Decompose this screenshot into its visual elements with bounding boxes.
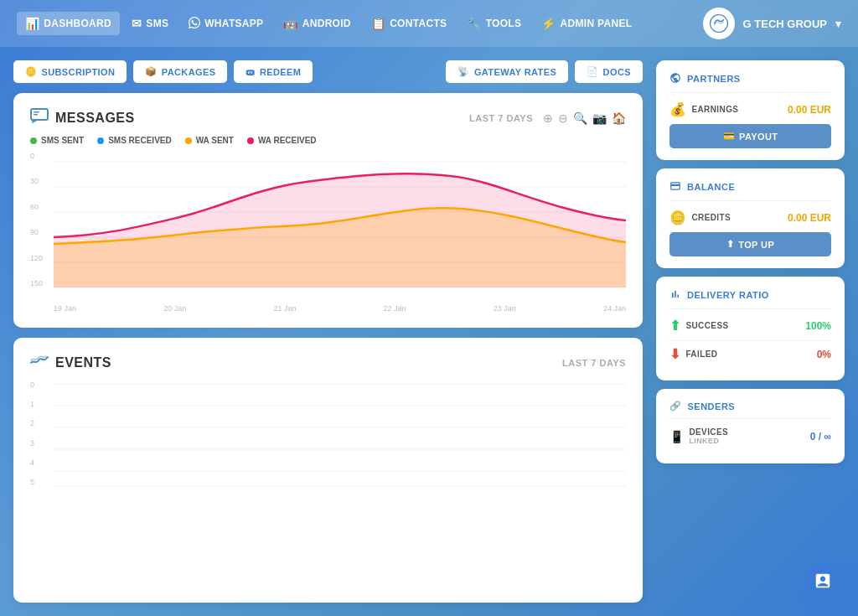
- nav-sms[interactable]: ✉ SMS: [123, 12, 177, 35]
- credits-row: 🪙 CREDITS 0.00 EUR: [669, 210, 831, 225]
- nav-dashboard[interactable]: 📊 DASHBOARD: [17, 12, 120, 35]
- messages-period: LAST 7 DAYS: [469, 113, 533, 123]
- partners-card-title: PARTNERS: [669, 72, 831, 93]
- legend-sms-received: SMS RECEIVED: [97, 136, 172, 145]
- events-icon: [30, 353, 49, 372]
- brand-chevron-icon: ▾: [835, 18, 841, 30]
- success-row: ⬆ SUCCESS 100%: [669, 318, 831, 334]
- svg-point-0: [710, 15, 727, 33]
- tools-icon: 🔧: [467, 17, 481, 30]
- messages-card: MESSAGES LAST 7 DAYS ⊕ ⊖ 🔍 📷 🏠: [13, 93, 643, 328]
- legend-wa-received-dot: [247, 137, 254, 144]
- messages-x-labels: 19 Jan 20 Jan 21 Jan 22 Jan 23 Jan 24 Ja…: [30, 304, 626, 313]
- delivery-ratio-title: DELIVERY RATIO: [669, 288, 831, 309]
- legend-wa-sent-dot: [185, 137, 192, 144]
- legend-sms-sent: SMS SENT: [30, 136, 84, 145]
- brand-menu[interactable]: G TECH GROUP ▾: [703, 8, 841, 39]
- credits-label: 🪙 CREDITS: [669, 210, 731, 225]
- messages-card-title: MESSAGES: [30, 108, 135, 127]
- zoom-out-icon[interactable]: ⊖: [558, 111, 568, 125]
- packages-icon: 📦: [145, 66, 157, 77]
- redeem-button[interactable]: 🎟 REDEEM: [234, 60, 313, 83]
- delivery-ratio-icon: [669, 288, 681, 302]
- legend-wa-sent: WA SENT: [185, 136, 234, 145]
- devices-icon: 📱: [669, 430, 684, 443]
- success-icon: ⬆: [669, 318, 680, 334]
- events-chart-svg: [54, 380, 626, 489]
- legend-wa-received: WA RECEIVED: [247, 136, 317, 145]
- balance-card: BALANCE 🪙 CREDITS 0.00 EUR ⬆ TOP UP: [656, 168, 845, 268]
- devices-label: 📱 DEVICES LINKED: [669, 427, 728, 445]
- svg-rect-2: [34, 111, 39, 113]
- sms-icon: ✉: [132, 17, 142, 30]
- nav-contacts[interactable]: 📋 CONTACTS: [363, 12, 455, 35]
- nav-android[interactable]: 🤖 ANDROID: [275, 12, 359, 35]
- main-layout: 🪙 SUBSCRIPTION 📦 PACKAGES 🎟 REDEEM 📡 GAT…: [0, 47, 858, 616]
- events-period: LAST 7 DAYS: [562, 358, 626, 368]
- fab-button[interactable]: [804, 562, 841, 599]
- gateway-rates-icon: 📡: [457, 66, 469, 77]
- delivery-ratio-card: DELIVERY RATIO ⬆ SUCCESS 100% ⬇ FAILED 0…: [656, 277, 845, 380]
- nav-admin-panel[interactable]: ⚡ ADMIN PANEL: [533, 12, 640, 35]
- navbar: 📊 DASHBOARD ✉ SMS WHATSAPP 🤖 ANDROID 📋 C…: [0, 0, 858, 47]
- messages-chart-area: [54, 152, 626, 303]
- earnings-row: 💰 EARNINGS 0.00 EUR: [669, 101, 831, 117]
- redeem-icon: 🎟: [246, 67, 255, 77]
- partners-card: PARTNERS 💰 EARNINGS 0.00 EUR 💳 PAYOUT: [656, 60, 845, 160]
- events-chart-area: [54, 380, 626, 489]
- devices-value: 0 / ∞: [810, 431, 831, 443]
- right-column: PARTNERS 💰 EARNINGS 0.00 EUR 💳 PAYOUT BA…: [656, 60, 845, 603]
- admin-icon: ⚡: [541, 17, 556, 30]
- docs-icon: 📄: [587, 66, 598, 77]
- toolbar-right: 📡 GATEWAY RATES 📄 DOCS: [446, 60, 643, 83]
- events-card-title: EVENTS: [30, 353, 111, 372]
- left-column: 🪙 SUBSCRIPTION 📦 PACKAGES 🎟 REDEEM 📡 GAT…: [13, 60, 643, 603]
- subscription-button[interactable]: 🪙 SUBSCRIPTION: [13, 60, 127, 83]
- packages-button[interactable]: 📦 PACKAGES: [133, 60, 227, 83]
- partners-icon: [669, 72, 681, 85]
- senders-icon: 🔗: [669, 401, 682, 412]
- legend-sms-sent-dot: [30, 137, 37, 144]
- senders-card: 🔗 SENDERS 📱 DEVICES LINKED 0 / ∞: [656, 389, 845, 463]
- topup-button[interactable]: ⬆ TOP UP: [669, 232, 831, 256]
- contacts-icon: 📋: [371, 17, 385, 30]
- nav-tools[interactable]: 🔧 TOOLS: [458, 12, 530, 35]
- topup-icon: ⬆: [726, 239, 734, 250]
- whatsapp-icon: [189, 17, 200, 31]
- balance-card-title: BALANCE: [669, 180, 831, 201]
- legend-sms-received-dot: [97, 137, 104, 144]
- senders-card-title: 🔗 SENDERS: [669, 401, 831, 419]
- failed-row: ⬇ FAILED 0%: [669, 346, 831, 362]
- dashboard-icon: 📊: [25, 17, 39, 30]
- brand-name: G TECH GROUP: [743, 18, 827, 30]
- chart-controls: ⊕ ⊖ 🔍 📷 🏠: [543, 111, 626, 125]
- payout-button[interactable]: 💳 PAYOUT: [669, 124, 831, 148]
- balance-icon: [669, 180, 681, 194]
- subscription-icon: 🪙: [25, 66, 37, 77]
- toolbar-left: 🪙 SUBSCRIPTION 📦 PACKAGES 🎟 REDEEM: [13, 60, 313, 83]
- docs-button[interactable]: 📄 DOCS: [575, 60, 643, 83]
- events-card: EVENTS LAST 7 DAYS 5 4 3 2 1 0: [13, 338, 643, 603]
- devices-row: 📱 DEVICES LINKED 0 / ∞: [669, 427, 831, 445]
- messages-icon: [30, 108, 49, 127]
- messages-card-header: MESSAGES LAST 7 DAYS ⊕ ⊖ 🔍 📷 🏠: [30, 108, 626, 127]
- events-y-labels: 5 4 3 2 1 0: [30, 380, 34, 489]
- home-chart-icon[interactable]: 🏠: [612, 111, 626, 125]
- download-chart-icon[interactable]: 📷: [592, 111, 607, 125]
- nav-whatsapp[interactable]: WHATSAPP: [180, 12, 271, 36]
- gateway-rates-button[interactable]: 📡 GATEWAY RATES: [446, 60, 568, 83]
- credits-value: 0.00 EUR: [788, 212, 831, 224]
- messages-chart-svg: [54, 152, 626, 303]
- earnings-label: 💰 EARNINGS: [669, 101, 738, 117]
- earnings-value: 0.00 EUR: [788, 104, 831, 116]
- svg-rect-3: [34, 114, 38, 116]
- zoom-in-icon[interactable]: ⊕: [543, 111, 553, 125]
- events-card-header: EVENTS LAST 7 DAYS: [30, 353, 626, 372]
- failed-label: ⬇ FAILED: [669, 346, 717, 362]
- earnings-icon: 💰: [669, 101, 686, 117]
- failed-icon: ⬇: [669, 346, 680, 362]
- search-chart-icon[interactable]: 🔍: [573, 111, 587, 125]
- credits-icon: 🪙: [669, 210, 686, 225]
- success-value: 100%: [805, 320, 831, 332]
- svg-rect-1: [31, 109, 48, 120]
